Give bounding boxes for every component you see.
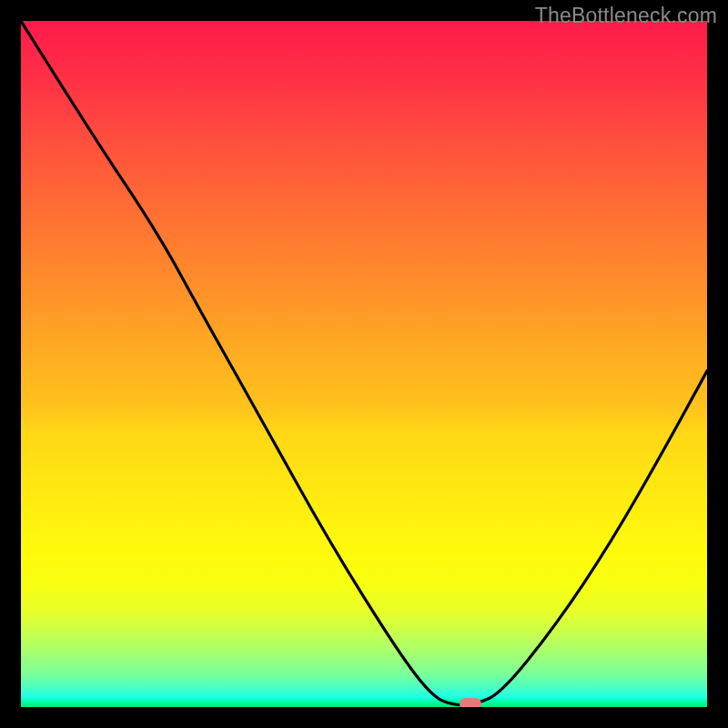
watermark-text: TheBottleneck.com <box>535 4 717 28</box>
chart-frame: TheBottleneck.com <box>0 0 728 728</box>
bottleneck-curve <box>21 21 707 707</box>
plot-area <box>21 21 707 707</box>
optimal-point-marker <box>460 698 481 707</box>
